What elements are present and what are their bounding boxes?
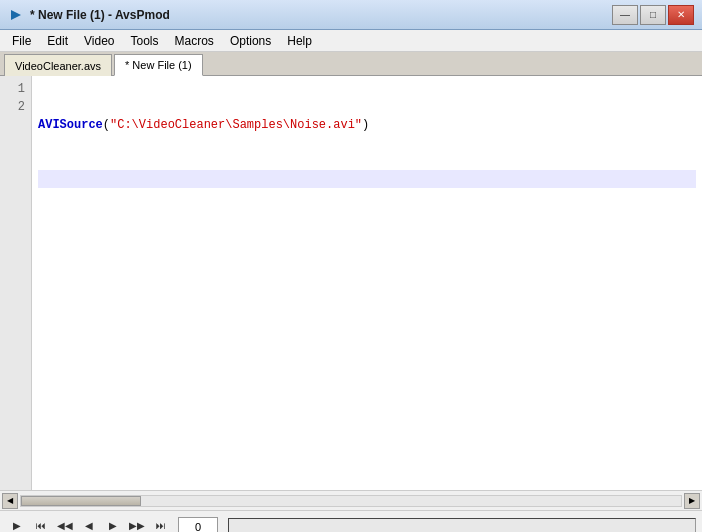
scroll-left-button[interactable]: ◀	[2, 493, 18, 509]
menu-options[interactable]: Options	[222, 32, 279, 50]
line-num-1: 1	[0, 80, 31, 98]
play-button[interactable]: ▶	[6, 515, 28, 533]
maximize-button[interactable]: □	[640, 5, 666, 25]
prev-start-button[interactable]: ⏮	[30, 515, 52, 533]
tab-newfile[interactable]: * New File (1)	[114, 54, 203, 76]
code-line-1: AVISource("C:\VideoCleaner\Samples\Noise…	[38, 116, 696, 134]
menu-video[interactable]: Video	[76, 32, 122, 50]
frame-slider[interactable]	[228, 518, 696, 533]
prev-10-button[interactable]: ◀	[78, 515, 100, 533]
close-button[interactable]: ✕	[668, 5, 694, 25]
scroll-right-button[interactable]: ▶	[684, 493, 700, 509]
code-line-2: ​	[38, 170, 696, 188]
window-controls: — □ ✕	[612, 5, 694, 25]
minimize-button[interactable]: —	[612, 5, 638, 25]
menu-bar: File Edit Video Tools Macros Options Hel…	[0, 30, 702, 52]
tab-bar: VideoCleaner.avs * New File (1)	[0, 52, 702, 76]
app-icon	[8, 7, 24, 23]
horizontal-scrollbar: ◀ ▶	[0, 490, 702, 510]
scroll-track[interactable]	[20, 495, 682, 507]
svg-marker-0	[11, 10, 21, 20]
menu-edit[interactable]: Edit	[39, 32, 76, 50]
next-frame-button[interactable]: ▶▶	[126, 515, 148, 533]
editor-content[interactable]: AVISource("C:\VideoCleaner\Samples\Noise…	[32, 76, 702, 490]
editor-container: 1 2 AVISource("C:\VideoCleaner\Samples\N…	[0, 76, 702, 490]
menu-macros[interactable]: Macros	[167, 32, 222, 50]
next-end-button[interactable]: ⏭	[150, 515, 172, 533]
scroll-thumb[interactable]	[21, 496, 141, 506]
menu-file[interactable]: File	[4, 32, 39, 50]
next-10-button[interactable]: ▶	[102, 515, 124, 533]
media-controls: ▶ ⏮ ◀◀ ◀ ▶ ▶▶ ⏭ 0	[0, 510, 702, 532]
title-bar: * New File (1) - AvsPmod — □ ✕	[0, 0, 702, 30]
title-text: * New File (1) - AvsPmod	[30, 8, 612, 22]
tab-videocleaner[interactable]: VideoCleaner.avs	[4, 54, 112, 76]
prev-frame-button[interactable]: ◀◀	[54, 515, 76, 533]
line-numbers: 1 2	[0, 76, 32, 490]
menu-help[interactable]: Help	[279, 32, 320, 50]
frame-counter: 0	[178, 517, 218, 533]
line-num-2: 2	[0, 98, 31, 116]
menu-tools[interactable]: Tools	[123, 32, 167, 50]
